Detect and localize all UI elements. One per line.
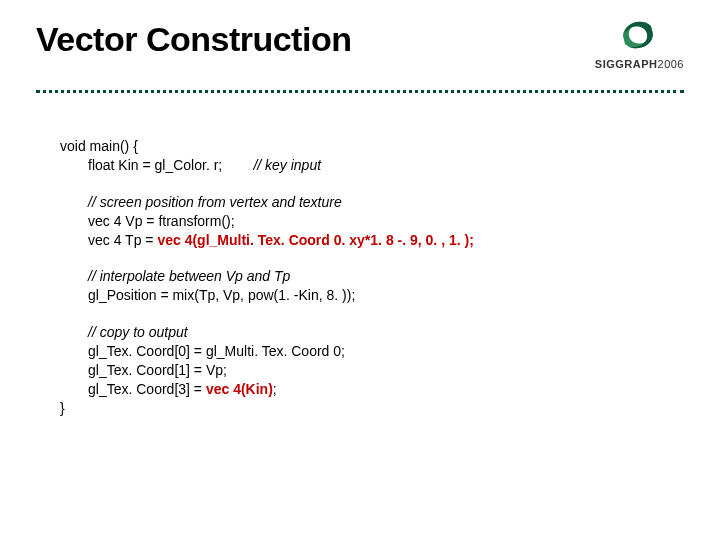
code-line: gl_Tex. Coord[3] = vec 4(Kin); (88, 380, 684, 399)
code-line: void main() { (60, 137, 684, 156)
code-line: gl_Tex. Coord[1] = Vp; (88, 361, 684, 380)
logo-brand: SIGGRAPH (595, 58, 658, 70)
code-comment: // screen position from vertex and textu… (88, 193, 684, 212)
code-text: vec 4 Tp = (88, 232, 157, 248)
code-text: gl_Tex. Coord[3] = (88, 381, 206, 397)
code-comment: // key input (253, 157, 321, 173)
code-line: float Kin = gl_Color. r; // key input (88, 156, 684, 175)
code-line: vec 4 Tp = vec 4(gl_Multi. Tex. Coord 0.… (88, 231, 684, 250)
divider (36, 90, 684, 93)
code-text: float Kin = gl_Color. r; (88, 157, 222, 173)
logo-text: SIGGRAPH2006 (595, 58, 684, 70)
code-line: } (60, 399, 684, 418)
logo-year: 2006 (658, 58, 684, 70)
code-line: vec 4 Vp = ftransform(); (88, 212, 684, 231)
page-title: Vector Construction (36, 20, 351, 59)
code-block: void main() { float Kin = gl_Color. r; /… (60, 137, 684, 418)
swirl-icon (617, 16, 661, 54)
code-highlight: vec 4(Kin) (206, 381, 273, 397)
header: Vector Construction SIGGRAPH2006 (36, 20, 684, 70)
code-line: gl_Tex. Coord[0] = gl_Multi. Tex. Coord … (88, 342, 684, 361)
code-text: ; (273, 381, 277, 397)
code-comment: // copy to output (88, 323, 684, 342)
code-line: gl_Position = mix(Tp, Vp, pow(1. -Kin, 8… (88, 286, 684, 305)
siggraph-logo: SIGGRAPH2006 (595, 16, 684, 70)
code-comment: // interpolate between Vp and Tp (88, 267, 684, 286)
slide: Vector Construction SIGGRAPH2006 void ma… (0, 0, 720, 540)
code-highlight: vec 4(gl_Multi. Tex. Coord 0. xy*1. 8 -.… (157, 232, 473, 248)
